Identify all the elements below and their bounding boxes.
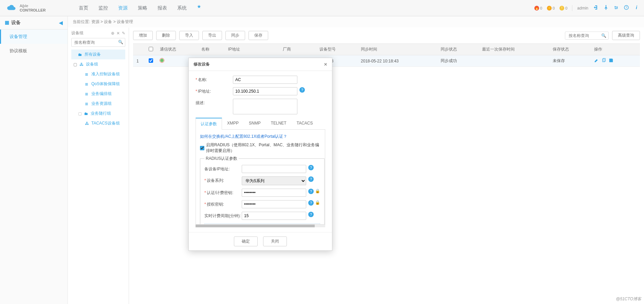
modal-tabs: 认证参数 XMPP SNMP TELNET TACACS [196, 118, 325, 130]
cell-syncstatus: 同步成功 [437, 55, 479, 67]
nav-policy[interactable]: 策略 [138, 4, 147, 13]
tab-auth-params[interactable]: 认证参数 [196, 118, 222, 130]
enable-radius-label: 启用RADIUS（使用802.1X、Portal、MAC、业务随行和业务编排时需… [206, 142, 321, 154]
search-icon[interactable]: 🔍 [118, 40, 123, 44]
row-checkbox[interactable] [149, 58, 153, 63]
th-vendor[interactable]: 厂商 [279, 44, 316, 55]
select-series[interactable]: 华为S系列 [242, 176, 306, 185]
th-lastsave[interactable]: 最近一次保存时间 [479, 44, 549, 55]
user-label[interactable]: admin [577, 6, 588, 11]
radius-fieldset: RADIUS认证参数 备设备IP地址: ? 设备系列: 华为S系列 ? 认证/计… [200, 156, 325, 225]
tree-device-group[interactable]: ▢🖧设备组 [71, 59, 125, 69]
group-search-input[interactable] [71, 38, 125, 47]
search-icon[interactable]: 🔍 [601, 33, 606, 38]
edit-row-icon[interactable] [594, 59, 600, 64]
th-name[interactable]: 名称 [198, 44, 225, 55]
help-icon[interactable]: ? [308, 200, 314, 206]
copy-row-icon[interactable] [602, 59, 608, 64]
help-icon[interactable]: ? [308, 165, 314, 170]
save-row-icon[interactable] [609, 59, 615, 64]
badge-orange[interactable]: ⚡0 [547, 6, 555, 11]
tree-orchestration-group[interactable]: ≣业务编排组 [71, 89, 125, 99]
table-search-input[interactable] [567, 32, 601, 39]
tab-snmp[interactable]: SNMP [244, 118, 266, 130]
info-icon[interactable]: i [634, 5, 639, 11]
input-auth-key[interactable] [242, 189, 306, 197]
help-icon[interactable]: ? [624, 5, 629, 11]
nav-resource[interactable]: 资源 [118, 4, 128, 13]
th-synctime[interactable]: 同步时间 [357, 44, 438, 55]
pin-icon[interactable] [603, 5, 609, 11]
input-desc[interactable] [233, 99, 297, 114]
th-syncstatus[interactable]: 同步状态 [437, 44, 479, 55]
input-backup-ip[interactable] [242, 165, 306, 173]
close-icon[interactable]: ✕ [324, 62, 327, 67]
label-series: 设备系列: [204, 176, 242, 184]
sidebar-item-device-mgmt[interactable]: 设备管理 [0, 30, 68, 44]
tree-access-control-group[interactable]: ≣准入控制设备组 [71, 69, 125, 79]
svg-text:i: i [636, 5, 638, 10]
svg-point-0 [615, 6, 616, 7]
tree-resource-group[interactable]: ≣业务资源组 [71, 99, 125, 109]
nav-home[interactable]: 首页 [79, 4, 88, 13]
caret-closed-icon: ▢ [78, 111, 82, 116]
link-config-guide[interactable]: 如何在交换机/AC上配置802.1X或者Portal认证？ [200, 134, 321, 139]
sync-button[interactable]: 同步 [225, 31, 245, 40]
sidebar-item-protocol-template[interactable]: 协议模板 [0, 44, 68, 58]
lock-icon[interactable]: 🔒 [315, 200, 320, 205]
th-savestatus[interactable]: 保存状态 [549, 44, 591, 55]
cancel-button[interactable]: 关闭 [263, 236, 287, 246]
modal-hscroll[interactable] [196, 225, 325, 227]
tree-qos-group[interactable]: ≣QoS体验保障组 [71, 79, 125, 89]
badge-yellow[interactable]: !0 [559, 6, 567, 11]
tree-tacacs-group[interactable]: 🖧TACACS设备组 [71, 118, 125, 128]
input-name[interactable] [233, 76, 297, 84]
tab-xmpp[interactable]: XMPP [222, 118, 244, 130]
logout-icon[interactable] [593, 5, 599, 11]
modal-title: 修改设备 [194, 61, 210, 67]
settings-icon[interactable] [613, 5, 619, 11]
help-icon[interactable]: ? [308, 212, 314, 217]
advanced-search-button[interactable]: 高级查询 [612, 31, 640, 40]
tree-escort-group[interactable]: ▢🖿业务随行组 [71, 109, 125, 118]
th-ip[interactable]: IP地址 [225, 44, 280, 55]
import-button[interactable]: 导入 [179, 31, 199, 40]
lock-icon[interactable]: 🔒 [315, 189, 320, 193]
nav-system[interactable]: 系统 [177, 4, 187, 13]
tree-all-devices[interactable]: 🖿所有设备 [71, 50, 125, 59]
input-realtime-period[interactable] [242, 212, 306, 220]
select-all-checkbox[interactable] [149, 47, 153, 51]
enable-radius-checkbox[interactable] [200, 146, 204, 150]
delete-button[interactable]: 删除 [156, 31, 176, 40]
sidebar-primary: ▦设备 ◀ 设备管理 协议模板 [0, 16, 68, 304]
delete-group-icon[interactable]: ✕ [116, 31, 120, 36]
cloud-icon [5, 3, 17, 13]
tab-telnet[interactable]: TELNET [266, 118, 292, 130]
nav-report[interactable]: 报表 [158, 4, 167, 13]
svg-text:?: ? [625, 6, 627, 9]
save-button[interactable]: 保存 [249, 31, 268, 40]
nav-monitor[interactable]: 监控 [98, 4, 108, 13]
input-ip[interactable] [233, 87, 297, 95]
ok-button[interactable]: 确定 [234, 236, 258, 246]
edit-group-icon[interactable]: ✎ [122, 31, 125, 36]
stack-icon: ≣ [85, 101, 90, 106]
th-operation[interactable]: 操作 [591, 44, 640, 55]
tab-tacacs[interactable]: TACACS [292, 118, 318, 130]
logo: AğıleCONTROLLER [5, 3, 59, 13]
add-button[interactable]: 增加 [133, 31, 153, 40]
th-model[interactable]: 设备型号 [316, 44, 357, 55]
help-icon[interactable]: ? [308, 189, 314, 194]
label-realtime: 实时计费周期(分钟): [204, 212, 242, 219]
radius-legend: RADIUS认证参数 [204, 156, 239, 162]
add-group-icon[interactable]: ⊕ [111, 31, 114, 36]
cell-savestatus: 未保存 [549, 55, 591, 67]
collapse-icon[interactable]: ◀ [59, 20, 63, 25]
th-status[interactable]: 通信状态 [157, 44, 198, 55]
input-authz-key[interactable] [242, 200, 306, 208]
export-button[interactable]: 导出 [202, 31, 222, 40]
favorite-star-icon[interactable]: ★ [197, 4, 201, 13]
help-icon[interactable]: ? [299, 87, 305, 93]
help-icon[interactable]: ? [308, 176, 314, 182]
badge-red[interactable]: 🔥0 [534, 6, 542, 11]
